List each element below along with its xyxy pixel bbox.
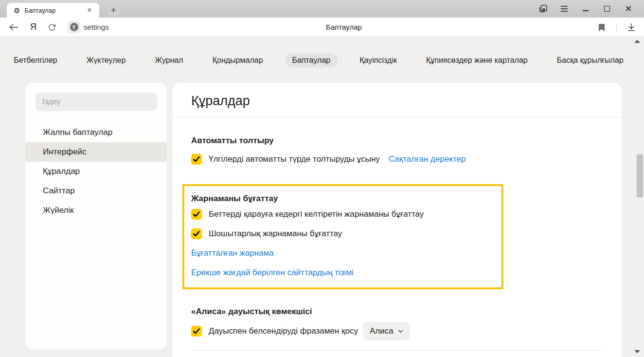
browser-tab-settings[interactable]: ⚙ Баптаулар × <box>7 3 99 18</box>
omnibox-page-title: Баптаулар <box>44 23 644 31</box>
gear-icon: ⚙ <box>14 7 20 14</box>
chevron-down-icon <box>398 330 403 333</box>
blocked-ads-link[interactable]: Бұғатталған жарнама <box>191 247 495 259</box>
close-icon: ✕ <box>625 3 632 14</box>
settings-page: Бетбелгілер Жүктеулер Журнал Қондырмалар… <box>0 37 644 357</box>
adblock-option-row: Шошытарлық жарнаманы бұғаттау <box>191 224 495 244</box>
yandex-logo-button[interactable]: Я <box>30 22 36 32</box>
adblock-option-row: Беттерді қарауға кедергі келтіретін жарн… <box>191 205 495 224</box>
settings-sidebar: Жалпы баптаулар Интерфейс Құралдар Сайтт… <box>25 83 167 350</box>
protect-badge[interactable]: Y <box>68 21 80 33</box>
toolbar: Я Y settings Баптаулар <box>0 18 644 37</box>
autofill-option-row: Үлгілерді автоматты түрде толтыруды ұсын… <box>191 150 603 169</box>
back-arrow-icon <box>9 23 18 31</box>
bookmark-icon <box>598 23 605 32</box>
tab-panels-button[interactable] <box>532 0 554 18</box>
section-alice: «Алиса» дауыстық көмекшісі Дауыспен белс… <box>191 306 603 351</box>
checkmark-icon <box>193 156 200 162</box>
divider <box>191 350 603 351</box>
tab-settings[interactable]: Баптаулар <box>285 54 338 67</box>
section-heading: Автоматты толтыру <box>191 135 603 147</box>
tab-title: Баптаулар <box>24 7 85 14</box>
checkbox-block-intrusive-ads[interactable] <box>191 209 202 220</box>
tab-extensions[interactable]: Қондырмалар <box>205 54 270 67</box>
checkbox-block-shocking-ads[interactable] <box>191 228 202 239</box>
toolbar-separator <box>616 22 617 32</box>
checkmark-icon <box>193 231 200 237</box>
refresh-button[interactable] <box>42 18 62 37</box>
section-heading: «Алиса» дауыстық көмекшісі <box>191 306 603 318</box>
divider <box>173 117 622 117</box>
close-window-button[interactable]: ✕ <box>618 0 639 18</box>
search-input[interactable] <box>36 93 157 111</box>
hamburger-icon <box>560 5 568 12</box>
checkbox-autofill-suggest[interactable] <box>191 154 202 165</box>
section-adblock-highlighted: Жарнаманы бұғаттау Беттерді қарауға кеде… <box>182 184 503 289</box>
address-text[interactable]: settings <box>84 23 109 31</box>
sidebar-item-interface[interactable]: Интерфейс <box>25 142 167 162</box>
bookmark-button[interactable] <box>592 18 611 37</box>
new-tab-button[interactable]: + <box>107 3 120 17</box>
tab-security[interactable]: Қауіпсіздік <box>352 54 404 67</box>
sidebar-item-tools[interactable]: Құралдар <box>25 162 167 181</box>
scrollbar-down-arrow[interactable] <box>634 350 640 353</box>
menu-button[interactable] <box>554 0 575 18</box>
tab-history[interactable]: Журнал <box>147 54 190 67</box>
checkbox-label: Беттерді қарауға кедергі келтіретін жарн… <box>209 209 424 219</box>
alice-phrase-dropdown[interactable]: Алиса <box>363 322 410 340</box>
checkmark-icon <box>193 211 200 217</box>
tab-passwords-cards[interactable]: Құпиясөздер және карталар <box>419 54 535 67</box>
scrollbar-up-arrow[interactable] <box>634 40 640 43</box>
sidebar-item-general-settings[interactable]: Жалпы баптаулар <box>25 123 167 142</box>
refresh-icon <box>48 23 56 32</box>
sidebar-item-sites[interactable]: Сайттар <box>25 181 167 201</box>
back-button[interactable] <box>4 18 23 37</box>
settings-nav-tabs: Бетбелгілер Жүктеулер Журнал Қондырмалар… <box>0 54 637 67</box>
sidebar-item-system[interactable]: Жүйелік <box>25 201 167 220</box>
alice-option-row: Дауыспен белсендіруді фразамен қосу Алис… <box>191 321 603 341</box>
section-heading: Жарнаманы бұғаттау <box>191 193 495 205</box>
title-bar: ⚙ Баптаулар × + <box>0 0 644 18</box>
protect-icon: Y <box>70 23 78 31</box>
downloads-button[interactable] <box>622 18 641 37</box>
page-title: Құралдар <box>191 93 603 109</box>
minimize-icon <box>583 10 589 11</box>
download-icon <box>627 23 636 32</box>
scrollbar-thumb[interactable] <box>637 154 643 197</box>
dropdown-value: Алиса <box>370 326 394 336</box>
maximize-button[interactable] <box>596 0 618 18</box>
section-autofill: Автоматты толтыру Үлгілерді автоматты тү… <box>191 135 603 169</box>
tab-bookmarks[interactable]: Бетбелгілер <box>6 54 64 67</box>
exception-sites-link[interactable]: Ерекше жағдай берілген сайттардың тізімі <box>191 267 495 279</box>
checkmark-icon <box>193 328 200 334</box>
checkbox-label: Шошытарлық жарнаманы бұғаттау <box>209 229 342 239</box>
saved-data-link[interactable]: Сақталған деректер <box>389 153 466 165</box>
checkbox-voice-activation[interactable] <box>191 326 202 337</box>
checkbox-label: Үлгілерді автоматты түрде толтыруды ұсын… <box>209 154 380 164</box>
maximize-icon <box>604 6 610 12</box>
tab-downloads[interactable]: Жүктеулер <box>79 54 133 67</box>
tab-other-devices[interactable]: Басқа құрылғылар <box>550 54 631 67</box>
settings-main-panel: Құралдар Автоматты толтыру Үлгілерді авт… <box>173 83 622 357</box>
minimize-button[interactable] <box>575 0 596 18</box>
checkbox-label: Дауыспен белсендіруді фразамен қосу <box>209 326 358 336</box>
tab-panels-icon <box>538 4 548 14</box>
browser-window: ⚙ Баптаулар × + <box>0 0 644 357</box>
tab-close-icon[interactable]: × <box>85 5 94 15</box>
